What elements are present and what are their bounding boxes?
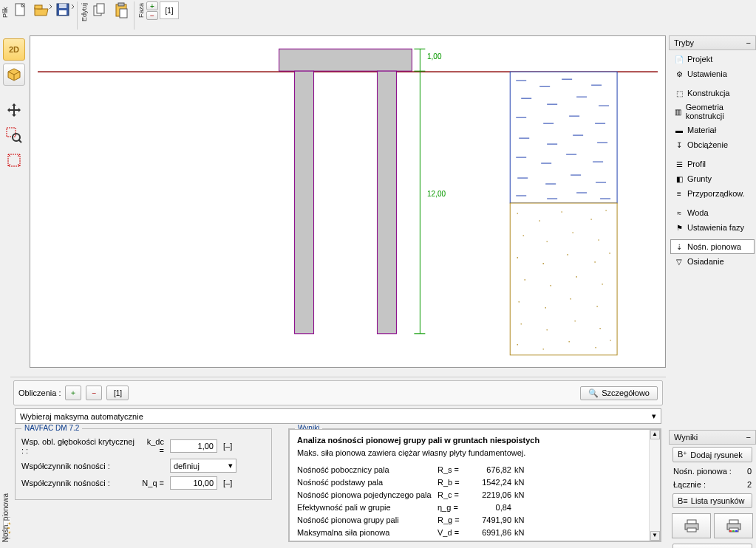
svg-point-82 bbox=[576, 276, 577, 278]
results-scrollbar[interactable]: ▲ ▼ bbox=[649, 430, 660, 541]
minimize-icon[interactable]: − bbox=[746, 38, 751, 47]
remove-calc-button[interactable]: − bbox=[86, 386, 102, 400]
add-phase-button[interactable]: + bbox=[146, 1, 158, 10]
svg-point-83 bbox=[602, 284, 603, 285]
tree-obciazenie[interactable]: ↧Obciążenie bbox=[670, 137, 755, 152]
tree-konstrukcja[interactable]: ⬚Konstrukcja bbox=[670, 86, 755, 100]
result-line: Nośność pobocznicy palaR_s =676,82kN bbox=[297, 464, 653, 476]
drawing-list-button[interactable]: B≡ Lista rysunków bbox=[672, 493, 752, 508]
top-toolbar: Plik Edytuj Faza + − [1] bbox=[0, 0, 756, 34]
file-group-label: Plik bbox=[0, 0, 10, 21]
scroll-up-icon[interactable]: ▲ bbox=[650, 430, 660, 439]
svg-point-70 bbox=[605, 210, 607, 211]
list-icon: B≡ bbox=[678, 496, 688, 505]
mat-icon: ▬ bbox=[674, 125, 684, 135]
results-header: Analiza nośności pionowej grupy pali w g… bbox=[297, 434, 653, 447]
nq-input[interactable] bbox=[170, 476, 217, 490]
minimize-icon[interactable]: − bbox=[746, 433, 751, 442]
print-color-button[interactable] bbox=[714, 513, 753, 538]
save-button[interactable] bbox=[55, 0, 75, 21]
tryby-title-bar: Tryby − bbox=[669, 35, 756, 50]
copy-button[interactable] bbox=[89, 0, 110, 21]
svg-point-89 bbox=[546, 329, 548, 331]
paste-button[interactable] bbox=[112, 0, 132, 21]
kdc-input[interactable] bbox=[170, 439, 217, 453]
svg-rect-105 bbox=[735, 530, 738, 532]
tree-przyporz[interactable]: ≡Przyporządkow. bbox=[670, 186, 755, 201]
print-bw-button[interactable] bbox=[672, 513, 711, 538]
drawing-canvas[interactable]: 1,00 12,00 bbox=[30, 35, 666, 368]
view-2d-button[interactable]: 2D bbox=[3, 38, 25, 61]
nq-label: Współczynnik nośności : bbox=[21, 479, 136, 487]
svg-rect-36 bbox=[510, 72, 617, 203]
tree-ustawienia[interactable]: ⚙Ustawienia bbox=[670, 66, 755, 81]
svg-point-93 bbox=[542, 349, 544, 350]
tree-grunty[interactable]: ◧Grunty bbox=[670, 171, 755, 186]
svg-rect-104 bbox=[732, 530, 735, 532]
struct-icon: ⬚ bbox=[674, 88, 684, 98]
water-icon: ≈ bbox=[674, 208, 684, 218]
chevron-down-icon: ▾ bbox=[228, 461, 233, 470]
wyniki-fieldset: Wyniki Analiza nośności pionowej grupy p… bbox=[288, 428, 661, 542]
scroll-down-icon[interactable]: ▼ bbox=[650, 531, 660, 541]
add-drawing-button[interactable]: B⁺ Dodaj rysunek bbox=[672, 447, 752, 462]
view-3d-button[interactable] bbox=[3, 64, 25, 86]
tree-ustawienia-fazy[interactable]: ⚑Ustawienia fazy bbox=[670, 220, 755, 235]
tree-projekt[interactable]: 📄Projekt bbox=[670, 52, 755, 66]
assign-icon: ≡ bbox=[674, 188, 684, 199]
svg-point-72 bbox=[546, 241, 548, 242]
svg-line-16 bbox=[18, 140, 21, 143]
tree-material[interactable]: ▬Materiał bbox=[670, 123, 755, 137]
max-mode-dropdown[interactable]: Wybieraj maksyma automatycznie ▾ bbox=[15, 408, 661, 424]
tree-profil[interactable]: ☰Profil bbox=[670, 157, 755, 171]
result-line: Maksymalna siła pionowaV_d =6991,86kN bbox=[297, 527, 653, 539]
tree-woda[interactable]: ≈Woda bbox=[670, 205, 755, 220]
calc-phase-button[interactable]: [1] bbox=[106, 386, 129, 400]
svg-point-66 bbox=[517, 213, 518, 214]
phase-group-label: Faza bbox=[136, 0, 146, 21]
nq-unit: [–] bbox=[223, 479, 238, 487]
svg-point-74 bbox=[598, 239, 599, 241]
tryby-panel: Tryby − 📄Projekt ⚙Ustawienia ⬚Konstrukcj… bbox=[669, 35, 756, 270]
svg-rect-28 bbox=[279, 49, 412, 71]
svg-point-71 bbox=[522, 235, 524, 236]
new-file-button[interactable] bbox=[10, 0, 31, 21]
obliczenia-label: Obliczenia : bbox=[18, 388, 61, 397]
svg-point-88 bbox=[520, 323, 522, 325]
svg-rect-9 bbox=[120, 9, 127, 18]
bearing-factor-select[interactable]: definiuj ▾ bbox=[170, 459, 236, 473]
tree-geometria[interactable]: ▥Geometria konstrukcji bbox=[670, 100, 755, 123]
pan-button[interactable] bbox=[3, 99, 25, 121]
svg-rect-65 bbox=[510, 203, 617, 355]
open-file-button[interactable] bbox=[33, 0, 53, 21]
copy-view-button[interactable]: B Kopiuj widok bbox=[672, 544, 752, 548]
svg-point-76 bbox=[542, 263, 544, 264]
bottom-panel: Nośn. pionowa Obliczenia : ＋ − [1] 🔍 Szc… bbox=[10, 377, 666, 548]
soil-icon: ◧ bbox=[674, 174, 684, 184]
results-textbox: Analiza nośności pionowej grupy pali w g… bbox=[289, 429, 661, 541]
svg-point-90 bbox=[574, 321, 576, 322]
add-calc-button[interactable]: ＋ bbox=[65, 386, 81, 400]
tree-nosn-pionowa[interactable]: ⇣Nośn. pionowa bbox=[670, 239, 755, 254]
results-sub: Maks. siła pionowa zawiera ciężar własny… bbox=[297, 447, 653, 459]
zoom-fit-button[interactable] bbox=[3, 149, 25, 171]
svg-rect-1 bbox=[35, 5, 42, 9]
svg-rect-4 bbox=[59, 10, 67, 15]
nq-symbol: N_q = bbox=[142, 479, 164, 487]
tree-osiadanie[interactable]: ▽Osiadanie bbox=[670, 254, 755, 269]
svg-rect-8 bbox=[118, 3, 124, 6]
details-button[interactable]: 🔍 Szczegółowo bbox=[580, 386, 658, 400]
add-drawing-icon: B⁺ bbox=[678, 450, 687, 459]
wyniki-total-row: Łącznie : 2 bbox=[669, 478, 756, 491]
edit-group-label: Edytuj bbox=[79, 0, 89, 24]
phase-tab[interactable]: [1] bbox=[160, 1, 179, 19]
profile-icon: ☰ bbox=[674, 159, 684, 169]
svg-point-95 bbox=[595, 347, 596, 349]
svg-rect-101 bbox=[729, 520, 738, 524]
zoom-window-button[interactable] bbox=[3, 124, 25, 146]
navfac-fieldset: NAVFAC DM 7.2 Wsp. obl. głębokości kryty… bbox=[15, 428, 272, 500]
wyniki-title-bar: Wyniki − bbox=[669, 430, 756, 445]
svg-point-94 bbox=[568, 341, 570, 343]
remove-phase-button[interactable]: − bbox=[146, 11, 158, 20]
svg-rect-6 bbox=[97, 4, 104, 13]
